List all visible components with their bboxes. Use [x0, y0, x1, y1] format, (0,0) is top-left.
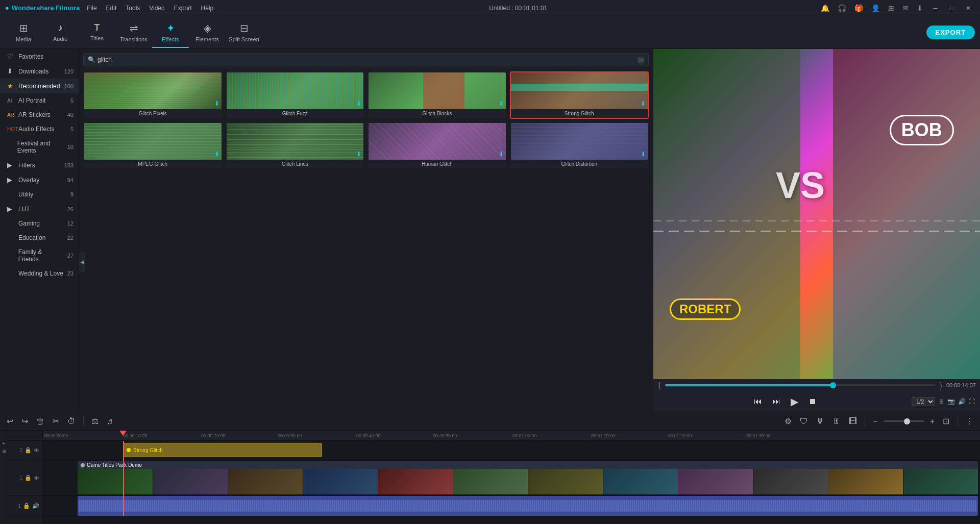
eye-icon[interactable]: 👁	[34, 447, 39, 454]
more-button[interactable]: ⋮	[963, 415, 976, 427]
effect-glitch-lines[interactable]: ⬇ Glitch Lines	[226, 122, 365, 169]
sidebar-item-downloads[interactable]: ⬇ Downloads 120	[0, 64, 79, 79]
sidebar-item-audio-effects[interactable]: HOT Audio Effects 5	[0, 122, 79, 136]
redo-button[interactable]: ↪	[19, 415, 31, 427]
effects-track-label: 2	[19, 447, 22, 453]
sidebar-item-recommended[interactable]: ★ Recommended 100	[0, 79, 79, 93]
delete-button[interactable]: 🗑	[34, 416, 47, 427]
adjust-button[interactable]: ⚖	[89, 415, 101, 427]
zoom-slider[interactable]	[884, 420, 924, 422]
sidebar-item-filters[interactable]: ▶ Filters 158	[0, 158, 79, 172]
effect-clip-strong-glitch[interactable]: Strong Glitch	[123, 443, 322, 457]
timeline-ruler[interactable]: 00:00:00:00 00:00:10:00 00:00:20:00 00:0…	[43, 431, 980, 441]
close-button[interactable]: ✕	[962, 4, 975, 13]
lock-icon[interactable]: 🔒	[24, 447, 32, 454]
effect-glitch-distortion[interactable]: ⬇ Glitch Distortion	[510, 122, 649, 169]
person-icon[interactable]: 👤	[869, 3, 882, 13]
mail-icon[interactable]: ✉	[900, 3, 911, 13]
sidebar-item-festival-events[interactable]: Festival and Events 10	[0, 136, 79, 158]
collapse-sidebar-button[interactable]: ◀	[79, 252, 85, 272]
toolbar-transitions[interactable]: ⇌ Transitions	[115, 17, 152, 48]
skip-back-button[interactable]: ⏮	[751, 396, 765, 407]
titles-icon: T	[94, 22, 100, 33]
grid-icon[interactable]: ⊞	[886, 3, 896, 13]
sidebar-item-gaming[interactable]: Gaming 12	[0, 216, 79, 231]
add-video-track-icon[interactable]: +	[3, 441, 6, 446]
menu-help[interactable]: Help	[197, 4, 217, 13]
menu-file[interactable]: File	[83, 4, 101, 13]
effect-strong-glitch[interactable]: ⬇ Strong Glitch	[510, 71, 649, 119]
voiceover-button[interactable]: 🎚	[830, 416, 843, 427]
toolbar-audio[interactable]: ♪ Audio	[42, 17, 79, 48]
menu-video[interactable]: Video	[145, 4, 168, 13]
snapshot-button[interactable]: ⏱	[65, 416, 78, 427]
progress-bar[interactable]	[665, 384, 936, 386]
undo-button[interactable]: ↩	[4, 415, 16, 427]
zoom-in-button[interactable]: +	[927, 416, 937, 427]
fit-button[interactable]: ⊡	[940, 415, 952, 427]
progress-knob[interactable]	[830, 382, 836, 388]
headset-icon[interactable]: 🎧	[836, 3, 848, 13]
monitor-icon[interactable]: 🖥	[938, 398, 944, 405]
page-select[interactable]: 1/2 2/2	[912, 397, 935, 406]
volume-icon[interactable]: 🔊	[958, 398, 966, 405]
sidebar-item-ai-portrait[interactable]: AI AI Portrait 5	[0, 93, 79, 108]
toolbar-split-screen[interactable]: ⊟ Split Screen	[226, 17, 262, 48]
sidebar-item-education[interactable]: Education 22	[0, 231, 79, 245]
search-input[interactable]	[97, 56, 638, 63]
zoom-out-button[interactable]: −	[870, 416, 880, 427]
playback-right: 1/2 2/2 🖥 📷 🔊 ⛶	[912, 397, 975, 406]
eye-icon[interactable]: 👁	[34, 475, 39, 481]
time-display: 00:00:14:07	[946, 382, 976, 388]
audio-adjust-button[interactable]: ♬	[104, 416, 115, 427]
volume-icon[interactable]: 🔊	[32, 503, 39, 509]
toolbar-elements[interactable]: ◈ Elements	[189, 17, 226, 48]
color-button[interactable]: 🎞	[846, 416, 860, 427]
sidebar-item-family-friends[interactable]: Family & Friends 27	[0, 245, 79, 266]
step-back-button[interactable]: ⏭	[769, 396, 783, 407]
mark-out-button[interactable]: }	[939, 381, 943, 389]
add-audio-track-icon[interactable]: ⊕	[2, 448, 6, 454]
video-strip	[78, 469, 978, 494]
shield-button[interactable]: 🛡	[797, 416, 811, 427]
effect-thumb: ⬇	[84, 123, 222, 160]
screenshot-icon[interactable]: 📷	[947, 398, 955, 405]
effect-glitch-blocks[interactable]: ⬇ Glitch Blocks	[368, 71, 507, 119]
ai-button[interactable]: ⚙	[782, 415, 794, 427]
effect-glitch-fuzz[interactable]: ⬇ Glitch Fuzz	[226, 71, 365, 119]
progress-fill	[665, 384, 833, 386]
download-icon[interactable]: ⬇	[915, 3, 925, 13]
cut-button[interactable]: ✂	[50, 415, 62, 427]
gift-icon[interactable]: 🎁	[852, 3, 865, 13]
sidebar-item-favorites[interactable]: ♡ Favorites	[0, 49, 79, 64]
effect-human-glitch[interactable]: ⬇ Human Glitch	[368, 122, 507, 169]
toolbar-effects[interactable]: ✦ Effects	[152, 17, 189, 48]
effect-mpeg-glitch[interactable]: ⬇ MPEG Glitch	[83, 122, 223, 169]
toolbar-media[interactable]: ⊞ Media	[5, 17, 42, 48]
export-button[interactable]: EXPORT	[926, 26, 975, 39]
sidebar-item-utility[interactable]: Utility 9	[0, 187, 79, 202]
play-button[interactable]: ▶	[788, 394, 801, 409]
mic-button[interactable]: 🎙	[814, 416, 827, 427]
sidebar-item-lut[interactable]: ▶ LUT 26	[0, 202, 79, 216]
sidebar-item-wedding-love[interactable]: Wedding & Love 23	[0, 266, 79, 281]
menu-export[interactable]: Export	[170, 4, 196, 13]
video-frame	[753, 469, 828, 494]
sidebar-item-overlay[interactable]: ▶ Overlay 94	[0, 172, 79, 187]
mark-in-button[interactable]: {	[657, 381, 662, 389]
sidebar-item-ar-stickers[interactable]: AR AR Stickers 40	[0, 108, 79, 122]
toolbar-titles[interactable]: T Titles	[79, 17, 115, 48]
stop-button[interactable]: ⏹	[805, 396, 820, 407]
minimize-button[interactable]: ─	[929, 4, 942, 13]
lock-icon[interactable]: 🔒	[24, 475, 32, 481]
menu-edit[interactable]: Edit	[102, 4, 121, 13]
grid-toggle-icon[interactable]: ⊞	[638, 56, 644, 64]
maximize-button[interactable]: □	[946, 4, 958, 13]
video-frame	[303, 469, 378, 494]
fullscreen-icon[interactable]: ⛶	[969, 398, 975, 405]
lock-icon[interactable]: 🔒	[23, 503, 30, 509]
notification-icon[interactable]: 🔔	[819, 3, 831, 13]
video-clip[interactable]: Game Titles Pack Demo	[78, 461, 978, 494]
effect-glitch-pixels[interactable]: ⬇ Glitch Pixels	[83, 71, 223, 119]
menu-tools[interactable]: Tools	[121, 4, 144, 13]
